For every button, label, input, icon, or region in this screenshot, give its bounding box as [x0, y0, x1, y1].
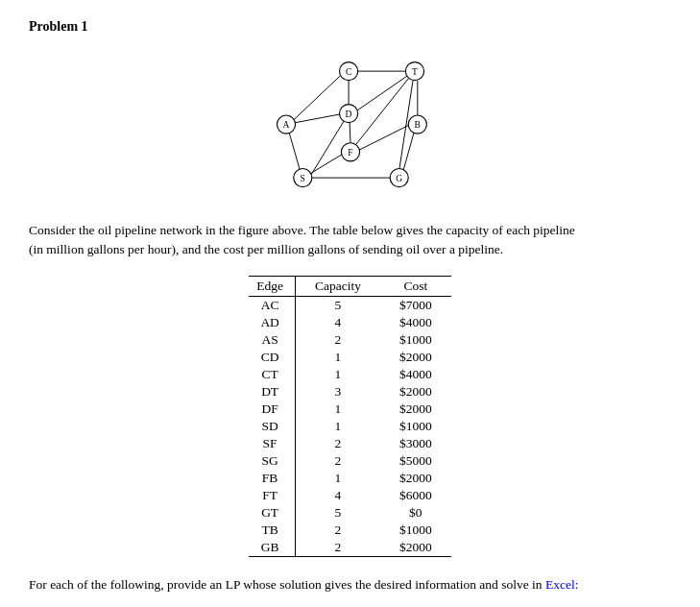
cell-capacity: 1 — [296, 401, 380, 418]
cell-edge: FB — [249, 470, 295, 487]
cell-edge: DT — [249, 383, 295, 401]
node-S: S — [293, 169, 311, 187]
cell-edge: AC — [249, 296, 295, 314]
cell-edge: AS — [249, 331, 295, 349]
col-header-cost: Cost — [380, 276, 451, 296]
cell-capacity: 1 — [296, 418, 380, 435]
cell-capacity: 2 — [296, 539, 380, 557]
cell-edge: TB — [249, 522, 295, 539]
cell-capacity: 5 — [296, 296, 380, 314]
cell-capacity: 1 — [296, 366, 380, 383]
cell-cost: $2000 — [380, 401, 451, 418]
svg-text:A: A — [282, 119, 289, 130]
cell-cost: $1000 — [380, 331, 451, 349]
cell-cost: $7000 — [380, 296, 451, 314]
description-text: Consider the oil pipeline network in the… — [29, 221, 671, 260]
cell-edge: CD — [249, 349, 295, 366]
questions-section: For each of the following, provide an LP… — [29, 574, 671, 608]
node-B: B — [408, 115, 426, 134]
svg-line-1 — [295, 113, 344, 123]
questions-intro: For each of the following, provide an LP… — [29, 574, 671, 596]
node-D: D — [339, 105, 357, 123]
cell-capacity: 5 — [296, 504, 380, 522]
question-a: (a) the cheapest way of sending 5 millio… — [29, 601, 671, 607]
cell-cost: $6000 — [380, 487, 451, 504]
svg-text:B: B — [414, 119, 420, 130]
cell-cost: $4000 — [380, 366, 451, 383]
question-a-text: the cheapest way of sending 5 million ga… — [56, 601, 671, 607]
network-graph: C T A D B F S G — [245, 50, 456, 204]
cell-edge: DF — [249, 401, 295, 418]
table-row: FT4$6000 — [249, 487, 450, 504]
cell-cost: $5000 — [380, 452, 451, 470]
table-row: DF1$2000 — [249, 401, 450, 418]
intro-main-text: For each of the following, provide an LP… — [29, 577, 545, 592]
node-T: T — [405, 62, 423, 81]
pipeline-table: Edge Capacity Cost AC5$7000AD4$4000AS2$1… — [249, 276, 450, 557]
table-row: GT5$0 — [249, 504, 450, 522]
svg-line-6 — [350, 121, 350, 143]
cell-cost: $3000 — [380, 435, 451, 452]
col-header-capacity: Capacity — [296, 276, 380, 296]
cell-edge: FT — [249, 487, 295, 504]
table-row: CD1$2000 — [249, 349, 450, 366]
cell-edge: SF — [249, 435, 295, 452]
data-table-container: Edge Capacity Cost AC5$7000AD4$4000AS2$1… — [29, 276, 671, 557]
table-row: AC5$7000 — [249, 296, 450, 314]
svg-line-8 — [310, 152, 345, 173]
svg-line-7 — [310, 121, 343, 175]
node-F: F — [341, 143, 359, 161]
cell-capacity: 2 — [296, 435, 380, 452]
node-A: A — [277, 115, 295, 134]
table-row: DT3$2000 — [249, 383, 450, 401]
table-row: FB1$2000 — [249, 470, 450, 487]
col-header-edge: Edge — [249, 276, 295, 296]
cell-cost: $2000 — [380, 539, 451, 557]
svg-line-5 — [356, 76, 407, 110]
table-row: AD4$4000 — [249, 314, 450, 331]
cell-edge: AD — [249, 314, 295, 331]
table-row: SG2$5000 — [249, 452, 450, 470]
cell-capacity: 2 — [296, 452, 380, 470]
cell-capacity: 2 — [296, 522, 380, 539]
table-row: SD1$1000 — [249, 418, 450, 435]
node-G: G — [390, 169, 408, 187]
table-row: GB2$2000 — [249, 539, 450, 557]
svg-text:G: G — [396, 173, 402, 183]
svg-line-2 — [288, 132, 299, 170]
cell-edge: CT — [249, 366, 295, 383]
table-row: AS2$1000 — [249, 331, 450, 349]
svg-text:S: S — [300, 173, 304, 183]
cell-edge: SD — [249, 418, 295, 435]
svg-text:F: F — [348, 147, 352, 158]
cell-cost: $1000 — [380, 522, 451, 539]
cell-capacity: 2 — [296, 331, 380, 349]
svg-text:C: C — [345, 66, 350, 77]
cell-edge: SG — [249, 452, 295, 470]
cell-capacity: 3 — [296, 383, 380, 401]
table-row: TB2$1000 — [249, 522, 450, 539]
question-a-label: (a) — [29, 601, 56, 607]
cell-cost: $2000 — [380, 383, 451, 401]
cell-capacity: 1 — [296, 470, 380, 487]
cell-cost: $4000 — [380, 314, 451, 331]
svg-text:D: D — [345, 109, 351, 119]
cell-cost: $0 — [380, 504, 451, 522]
graph-diagram: C T A D B F S G — [29, 50, 671, 204]
problem-title: Problem 1 — [29, 19, 671, 35]
table-row: SF2$3000 — [249, 435, 450, 452]
svg-line-11 — [354, 79, 407, 146]
cell-cost: $2000 — [380, 470, 451, 487]
cell-capacity: 4 — [296, 314, 380, 331]
cell-capacity: 1 — [296, 349, 380, 366]
svg-text:T: T — [412, 66, 418, 77]
cell-edge: GB — [249, 539, 295, 557]
table-row: CT1$4000 — [249, 366, 450, 383]
intro-excel-text: Excel: — [545, 577, 578, 592]
cell-cost: $2000 — [380, 349, 451, 366]
cell-capacity: 4 — [296, 487, 380, 504]
cell-edge: GT — [249, 504, 295, 522]
node-C: C — [339, 62, 357, 81]
cell-cost: $1000 — [380, 418, 451, 435]
